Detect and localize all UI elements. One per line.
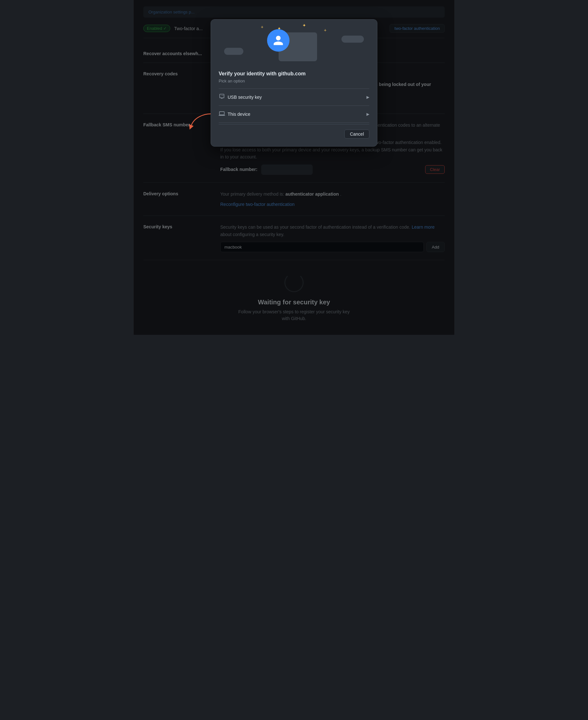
verify-identity-modal: ✦ ✦ + + Verify your identity [211,19,377,147]
modal-footer: Cancel [219,124,369,139]
usb-security-key-label: USB security key [228,95,366,100]
cloud-right-icon [341,36,364,43]
modal-icon-background: ✦ ✦ + + [211,20,377,64]
modal-subtitle: Pick an option [219,79,369,83]
modal-title: Verify your identity with github.com [219,71,369,77]
person-icon [273,35,284,46]
star-icon-4: + [261,24,263,29]
modal-illustration: ✦ ✦ + + [211,20,377,64]
laptop-icon [219,110,228,118]
this-device-label: This device [228,111,366,117]
usb-chevron-icon: ▶ [366,95,369,99]
cancel-button[interactable]: Cancel [344,129,369,139]
avatar [267,29,290,52]
star-icon-2: ✦ [302,23,306,28]
device-chevron-icon: ▶ [366,112,369,117]
page-container: Organization settings p... Enabled ✓ Two… [134,0,454,335]
cloud-left-icon [224,48,243,55]
star-icon-3: + [324,27,327,33]
usb-security-key-option[interactable]: USB security key ▶ [219,89,369,106]
usb-icon [219,93,228,101]
modal-body: Verify your identity with github.com Pic… [211,64,377,146]
this-device-option[interactable]: This device ▶ [219,106,369,123]
